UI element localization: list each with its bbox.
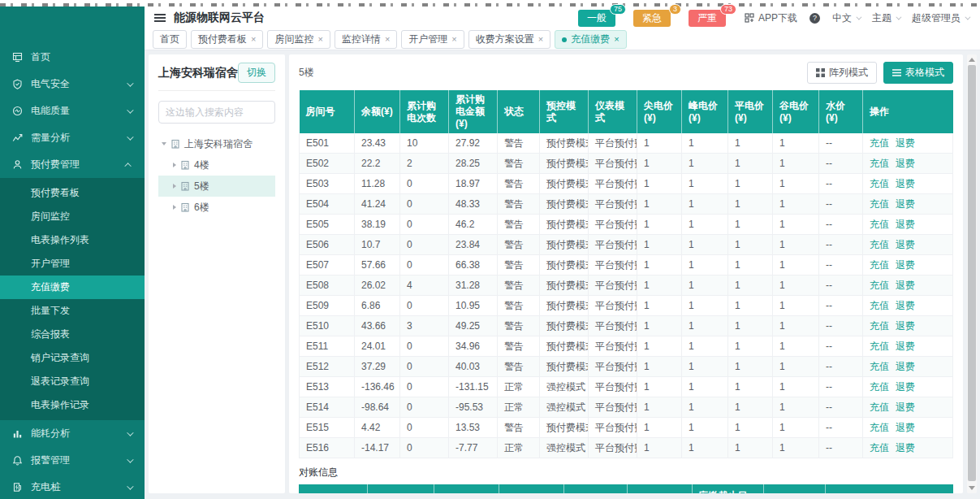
refund-link[interactable]: 退费 [896,422,915,433]
recharge-link[interactable]: 充值 [870,219,889,230]
alert-button[interactable]: 紧急3 [633,10,671,27]
sidebar-item-charger[interactable]: 充电桩 [0,474,145,499]
refund-link[interactable]: 退费 [896,198,915,210]
scroll-down-icon[interactable] [969,486,975,490]
recharge-link[interactable]: 充值 [870,239,889,250]
close-icon[interactable]: × [614,35,619,44]
table-cell: 1 [728,296,773,316]
list-icon [892,68,901,77]
sidebar-subitem[interactable]: 电表操作列表 [0,228,145,252]
tab-充值缴费[interactable]: 充值缴费× [555,30,626,49]
grid-mode-button[interactable]: 阵列模式 [807,62,877,84]
sidebar-subitem[interactable]: 退表记录查询 [0,370,145,393]
theme-select[interactable]: 主题 [872,11,900,25]
refund-link[interactable]: 退费 [896,381,915,393]
sidebar-subitem[interactable]: 电表操作记录 [0,393,145,417]
sidebar-subitem[interactable]: 销户记录查询 [0,346,145,370]
sidebar-subitem[interactable]: 房间监控 [0,205,145,228]
scroll-up-icon[interactable] [969,58,975,62]
sidebar-subitem[interactable]: 充值缴费 [0,276,145,299]
recharge-link[interactable]: 充值 [870,178,889,189]
recharge-link[interactable]: 充值 [870,381,889,393]
column-header: 违约天数 [763,484,825,493]
recharge-link[interactable]: 充值 [870,300,889,311]
close-icon[interactable]: × [538,35,543,44]
caret-down-icon [162,142,166,145]
tab-房间监控[interactable]: 房间监控× [267,30,330,49]
table-mode-button[interactable]: 表格模式 [883,62,953,84]
tree-node-floor[interactable]: 6楼 [158,197,275,218]
sidebar-subitem[interactable]: 开户管理 [0,252,145,276]
table-cell: E507 [300,255,355,276]
recharge-link[interactable]: 充值 [870,401,889,413]
column-header: 应缴截止日期 [692,484,763,493]
refund-link[interactable]: 退费 [896,239,915,250]
recharge-link[interactable]: 充值 [870,198,889,210]
close-icon[interactable]: × [451,35,456,44]
alert-button[interactable]: 一般75 [578,10,615,27]
language-select[interactable]: 中文 [832,11,860,25]
recharge-link[interactable]: 充值 [870,442,889,453]
refund-link[interactable]: 退费 [896,178,915,189]
table-cell: 41.24 [355,194,400,215]
recharge-link[interactable]: 充值 [870,320,889,332]
refund-link[interactable]: 退费 [896,158,915,169]
scrollbar-thumb[interactable] [968,65,976,481]
close-icon[interactable]: × [385,35,390,44]
close-icon[interactable]: × [317,35,322,44]
sidebar-item-energy[interactable]: 能耗分析 [0,420,145,447]
recharge-link[interactable]: 充值 [870,422,889,433]
switch-site-button[interactable]: 切换 [238,63,275,83]
close-icon[interactable]: × [251,35,256,44]
menu-collapse-icon[interactable] [154,14,166,22]
table-cell: 警告 [498,154,540,174]
sidebar-item-prepay[interactable]: 预付费管理 [0,151,145,178]
table-cell: 平台预付费 [589,174,637,194]
sidebar-item-home[interactable]: 首页 [0,44,145,71]
refund-link[interactable]: 退费 [896,259,915,271]
sidebar-item-safety[interactable]: 电气安全 [0,71,145,98]
tree-node-site[interactable]: 上海安科瑞宿舍 [158,133,275,154]
alert-button[interactable]: 严重73 [689,10,726,27]
tab-收费方案设置[interactable]: 收费方案设置× [468,30,550,49]
table-cell: 平台预付费 [589,397,637,418]
refund-link[interactable]: 退费 [896,341,915,352]
user-menu[interactable]: 超级管理员 [912,11,969,25]
tree-search-input[interactable] [158,101,275,124]
refund-link[interactable]: 退费 [896,320,915,332]
refund-link[interactable]: 退费 [896,219,915,230]
refund-link[interactable]: 退费 [896,300,915,311]
tab-首页[interactable]: 首页 [153,30,187,49]
recharge-link[interactable]: 充值 [870,259,889,271]
refund-link[interactable]: 退费 [896,401,915,413]
tab-预付费看板[interactable]: 预付费看板× [191,30,263,49]
tab-监控详情[interactable]: 监控详情× [335,30,397,49]
help-icon[interactable]: ? [809,13,820,24]
recharge-link[interactable]: 充值 [870,137,889,149]
sidebar-subitem[interactable]: 综合报表 [0,323,145,346]
refund-link[interactable]: 退费 [896,442,915,453]
recharge-link[interactable]: 充值 [870,361,889,372]
sidebar-item-demand[interactable]: 需量分析 [0,124,145,151]
table-cell: 1 [682,194,728,215]
refund-link[interactable]: 退费 [896,280,915,291]
sidebar-item-alarm[interactable]: 报警管理 [0,447,145,474]
tree-node-floor[interactable]: 4楼 [158,154,275,176]
refund-link[interactable]: 退费 [896,361,915,372]
vertical-scrollbar[interactable] [967,54,977,493]
app-download-button[interactable]: APP下载 [745,11,797,25]
sidebar-subitem[interactable]: 预付费看板 [0,181,145,205]
sidebar-item-quality[interactable]: 电能质量 [0,98,145,124]
refund-link[interactable]: 退费 [896,137,915,149]
table-cell: 1 [637,276,682,296]
tab-开户管理[interactable]: 开户管理× [401,30,464,49]
recharge-link[interactable]: 充值 [870,280,889,291]
recharge-link[interactable]: 充值 [870,341,889,352]
table-cell: 1 [728,418,773,438]
recharge-link[interactable]: 充值 [870,158,889,169]
tree-node-floor[interactable]: 5楼 [158,176,275,197]
table-cell: 正常 [498,377,540,397]
table-cell: 1 [773,438,819,458]
sidebar-subitem[interactable]: 批量下发 [0,299,145,323]
table-cell: 警告 [498,174,540,194]
